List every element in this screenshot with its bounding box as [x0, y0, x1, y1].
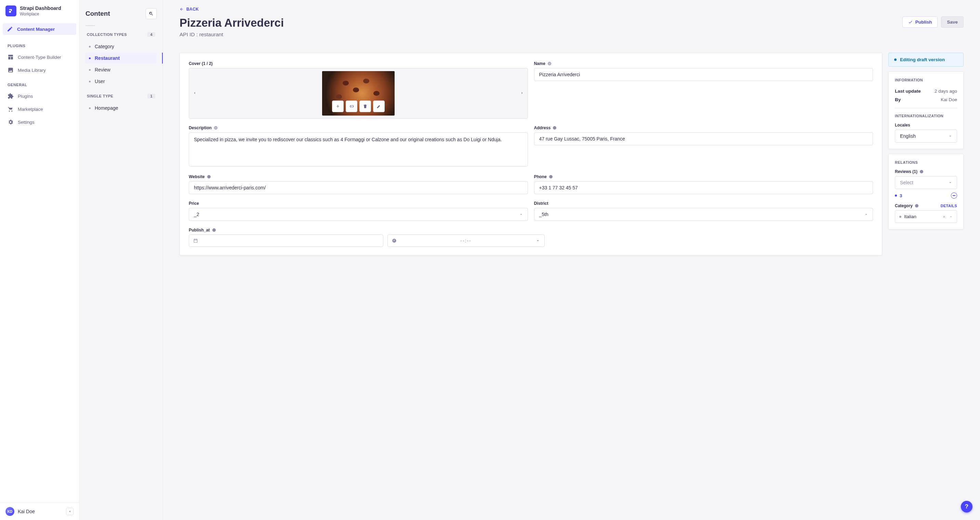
address-field: Address: [534, 126, 873, 167]
nav-media-library[interactable]: Media Library: [0, 64, 79, 76]
caret-down-icon: [949, 215, 953, 218]
strapi-logo-icon: [5, 5, 16, 16]
subnav-item-category[interactable]: Category: [86, 41, 157, 52]
content-subnav: Content COLLECTION TYPES 4 Category Rest…: [80, 0, 163, 520]
cover-field: Cover (1 / 2): [189, 61, 528, 119]
single-type-label: SINGLE TYPE 1: [86, 94, 157, 100]
cover-link-button[interactable]: [346, 100, 357, 112]
user-name: Kai Doe: [18, 509, 62, 514]
close-icon[interactable]: [942, 215, 946, 218]
remove-relation-button[interactable]: [951, 192, 957, 199]
details-link[interactable]: DETAILS: [941, 204, 957, 208]
chevron-left-icon: [192, 91, 197, 95]
page-title: Pizzeria Arrivederci: [180, 16, 284, 29]
subnav-item-user[interactable]: User: [86, 76, 157, 87]
user-avatar[interactable]: KD: [5, 507, 14, 516]
globe-icon: [549, 175, 553, 179]
globe-icon: [207, 175, 211, 179]
caret-down-icon: [948, 134, 952, 138]
nav-content-manager[interactable]: Content Manager: [3, 23, 76, 35]
chevron-right-icon: [520, 91, 524, 95]
cart-icon: [8, 106, 14, 112]
main-nav: Strapi Dashboard Workplace Content Manag…: [0, 0, 80, 520]
subnav-title: Content: [86, 10, 110, 17]
name-input[interactable]: [534, 68, 873, 81]
website-input[interactable]: [189, 181, 528, 194]
nav-section-plugins: PLUGINS: [0, 38, 79, 51]
trash-icon: [363, 104, 368, 109]
description-input[interactable]: [189, 132, 528, 167]
time-input[interactable]: --:--: [387, 235, 545, 247]
date-input[interactable]: [189, 235, 383, 247]
globe-icon: [212, 228, 216, 232]
nav-label: Settings: [18, 120, 35, 125]
save-button[interactable]: Save: [941, 16, 964, 28]
layout-icon: [8, 54, 14, 60]
phone-input[interactable]: [534, 181, 873, 194]
description-field: Description: [189, 126, 528, 167]
nav-content-type-builder[interactable]: Content-Type Builder: [0, 51, 79, 64]
draft-status: Editing draft version: [888, 52, 964, 67]
cover-preview: [189, 68, 528, 119]
back-link[interactable]: BACK: [180, 7, 964, 12]
subnav-item-restaurant[interactable]: Restaurant: [86, 52, 157, 64]
globe-icon: [547, 62, 552, 66]
locale-select[interactable]: English: [895, 130, 957, 143]
name-field: Name: [534, 61, 873, 119]
globe-icon: [214, 126, 218, 130]
nav-plugins[interactable]: Plugins: [0, 89, 79, 103]
address-input[interactable]: [534, 132, 873, 145]
reviews-select[interactable]: Select: [895, 176, 957, 189]
price-select[interactable]: _2: [189, 208, 528, 221]
puzzle-icon: [8, 93, 14, 99]
status-dot-icon: [899, 216, 901, 218]
caret-down-icon: [948, 181, 952, 184]
link-icon: [349, 104, 354, 109]
cover-edit-button[interactable]: [373, 100, 385, 112]
status-dot-icon: [894, 59, 897, 61]
help-button[interactable]: ?: [961, 501, 972, 512]
phone-field: Phone: [534, 174, 873, 194]
nav-settings[interactable]: Settings: [0, 116, 79, 129]
chevron-left-icon: [68, 510, 72, 513]
entry-form: Cover (1 / 2): [180, 52, 882, 255]
nav-label: Content-Type Builder: [18, 55, 61, 60]
category-select[interactable]: Italian: [895, 210, 957, 223]
collection-types-label: COLLECTION TYPES 4: [86, 32, 157, 39]
district-select[interactable]: _5th: [534, 208, 873, 221]
search-button[interactable]: [146, 8, 157, 19]
page-subtitle: API ID : restaurant: [180, 32, 284, 38]
review-relation-item[interactable]: 3: [895, 192, 957, 199]
cover-add-button[interactable]: [332, 100, 344, 112]
nav-label: Content Manager: [17, 27, 55, 32]
collapse-nav-button[interactable]: [66, 508, 73, 515]
calendar-icon: [193, 238, 198, 243]
image-icon: [8, 67, 14, 73]
cover-next-button[interactable]: [520, 91, 524, 96]
cover-delete-button[interactable]: [360, 100, 371, 112]
gear-icon: [8, 119, 14, 125]
cover-prev-button[interactable]: [192, 91, 197, 96]
district-field: District _5th: [534, 201, 873, 221]
subnav-item-homepage[interactable]: Homepage: [86, 103, 157, 113]
caret-down-icon: [536, 238, 540, 243]
brand: Strapi Dashboard Workplace: [0, 0, 79, 21]
publish-button[interactable]: Publish: [902, 16, 938, 28]
globe-icon: [915, 204, 919, 208]
relations-panel: RELATIONS Reviews (1) Select 3 Category …: [888, 154, 964, 229]
clock-icon: [392, 238, 397, 243]
caret-down-icon: [519, 213, 523, 216]
publish-at-field: Publish_at --:--: [189, 228, 545, 247]
pencil-square-icon: [7, 26, 13, 32]
brand-title: Strapi Dashboard: [20, 5, 61, 11]
plus-icon: [336, 104, 340, 109]
pencil-icon: [377, 104, 381, 109]
search-icon: [149, 11, 154, 16]
nav-marketplace[interactable]: Marketplace: [0, 103, 79, 116]
nav-label: Marketplace: [18, 107, 43, 112]
globe-icon: [920, 170, 924, 174]
nav-footer: KD Kai Doe: [0, 503, 79, 520]
brand-subtitle: Workplace: [20, 12, 61, 16]
website-field: Website: [189, 174, 528, 194]
subnav-item-review[interactable]: Review: [86, 64, 157, 75]
